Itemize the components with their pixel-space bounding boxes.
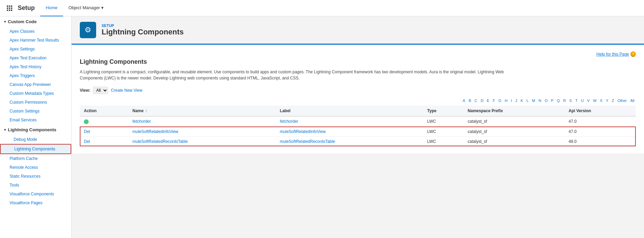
sidebar-item-debug-mode[interactable]: Debug Mode: [0, 135, 71, 144]
sidebar-item-remote-access[interactable]: Remote Access: [0, 163, 71, 172]
cell-label: muleSoftRelatedRecordsTable: [276, 136, 423, 146]
name-link[interactable]: muleSoftRelatedRecordsTable: [133, 139, 188, 144]
alpha-filter-j[interactable]: J: [514, 98, 519, 103]
sidebar-item-apex-triggers[interactable]: Apex Triggers: [0, 71, 71, 80]
alpha-filter-i[interactable]: I: [509, 98, 513, 103]
alpha-filter-g[interactable]: G: [497, 98, 503, 103]
alpha-filter-l[interactable]: L: [525, 98, 530, 103]
alpha-filter-s[interactable]: S: [568, 98, 573, 103]
cell-action: Del: [80, 136, 129, 146]
svg-rect-1: [9, 5, 10, 7]
alpha-filter-o[interactable]: O: [543, 98, 549, 103]
help-link[interactable]: Help for this Page ?: [597, 51, 636, 57]
alpha-filter-q[interactable]: Q: [556, 98, 561, 103]
page-header-text: SETUP Lightning Components: [102, 24, 184, 36]
table-header-row: Action Name ↑ Label Type Namespace Prefi…: [80, 106, 636, 116]
cell-namespace: catalyst_sf: [464, 136, 565, 146]
alpha-filter-m[interactable]: M: [531, 98, 537, 103]
sidebar-section-custom-code-items: Apex Classes Apex Hammer Test Results Ap…: [0, 27, 71, 124]
sidebar-item-static-resources[interactable]: Static Resources: [0, 172, 71, 181]
sidebar-item-tools[interactable]: Tools: [0, 181, 71, 190]
alpha-filter-t[interactable]: T: [574, 98, 579, 103]
label-link[interactable]: muleSoftRelatedRecordsTable: [280, 139, 335, 144]
alpha-filter-y[interactable]: Y: [604, 98, 610, 103]
alpha-filter-b[interactable]: B: [467, 98, 473, 103]
alpha-filter-r[interactable]: R: [562, 98, 567, 103]
alpha-filter-x[interactable]: X: [599, 98, 604, 103]
col-type: Type: [423, 106, 464, 116]
alpha-filter-h[interactable]: H: [504, 98, 509, 103]
label-link[interactable]: fetchorder: [280, 119, 298, 124]
alpha-filter-z[interactable]: Z: [611, 98, 616, 103]
highlight-container: Action Name ↑ Label Type Namespace Prefi…: [80, 106, 636, 147]
sidebar-item-platform-cache[interactable]: Platform Cache: [0, 154, 71, 163]
sidebar-section-custom-code[interactable]: ▾ Custom Code: [0, 16, 71, 27]
sidebar-item-lightning-components[interactable]: Lightning Components: [0, 144, 71, 154]
cell-label: muleSoftRelatedInfoView: [276, 127, 423, 136]
alpha-filter-w[interactable]: W: [591, 98, 598, 103]
tab-home[interactable]: Home: [40, 0, 63, 16]
svg-rect-7: [9, 10, 10, 11]
svg-rect-2: [11, 5, 12, 7]
alpha-filter-e[interactable]: E: [485, 98, 491, 103]
sidebar-item-visualforce-pages[interactable]: Visualforce Pages: [0, 198, 71, 207]
sidebar-section-lightning[interactable]: ▾ Lightning Components: [0, 124, 71, 135]
data-table: Action Name ↑ Label Type Namespace Prefi…: [80, 106, 636, 147]
label-link[interactable]: muleSoftRelatedInfoView: [280, 129, 326, 134]
view-label: View:: [80, 88, 90, 93]
cell-api-version: 48.0: [565, 136, 636, 146]
sidebar-item-apex-settings[interactable]: Apex Settings: [0, 45, 71, 54]
cell-type: LWC: [423, 116, 464, 127]
alpha-filter-f[interactable]: F: [491, 98, 496, 103]
svg-rect-5: [11, 8, 12, 9]
alpha-filter-a[interactable]: A: [461, 98, 466, 103]
app-layout: ▾ Custom Code Apex Classes Apex Hammer T…: [0, 16, 644, 238]
name-link[interactable]: fetchorder: [133, 119, 151, 124]
sidebar-item-visualforce-components[interactable]: Visualforce Components: [0, 190, 71, 198]
table-wrapper: Action Name ↑ Label Type Namespace Prefi…: [80, 106, 636, 147]
sidebar-item-apex-hammer[interactable]: Apex Hammer Test Results: [0, 36, 71, 45]
name-link[interactable]: muleSoftRelatedInfoView: [133, 129, 179, 134]
cell-namespace: catalyst_sf: [464, 127, 565, 136]
cell-action: Del: [80, 127, 129, 136]
cell-name: muleSoftRelatedInfoView: [129, 127, 276, 136]
tab-object-manager[interactable]: Object Manager ▾: [63, 0, 109, 16]
action-del-link[interactable]: Del: [84, 139, 90, 144]
cell-name: fetchorder: [129, 116, 276, 127]
cell-name: muleSoftRelatedRecordsTable: [129, 136, 276, 146]
sidebar-item-canvas-app[interactable]: Canvas App Previewer: [0, 80, 71, 89]
view-select[interactable]: All: [93, 87, 108, 94]
sidebar-item-apex-classes[interactable]: Apex Classes: [0, 27, 71, 36]
app-launcher-icon[interactable]: [4, 3, 15, 14]
sidebar-item-apex-test-execution[interactable]: Apex Test Execution: [0, 54, 71, 62]
alpha-filter-d[interactable]: D: [479, 98, 485, 103]
alpha-filter-c[interactable]: C: [473, 98, 479, 103]
setup-title: Setup: [18, 4, 35, 12]
alpha-filter-v[interactable]: V: [586, 98, 591, 103]
col-api-version: Api Version: [565, 106, 636, 116]
svg-rect-6: [7, 10, 8, 11]
sidebar-item-apex-test-history[interactable]: Apex Test History: [0, 62, 71, 71]
alpha-filter-all[interactable]: All: [629, 98, 636, 103]
cell-namespace: catalyst_sf: [464, 116, 565, 127]
sidebar-item-custom-permissions[interactable]: Custom Permissions: [0, 98, 71, 107]
sidebar-item-custom-settings[interactable]: Custom Settings: [0, 107, 71, 116]
action-del-link[interactable]: Del: [84, 129, 90, 134]
svg-rect-3: [7, 8, 8, 9]
alpha-filter-p[interactable]: P: [550, 98, 555, 103]
col-name: Name ↑: [129, 106, 276, 116]
alpha-filter-other[interactable]: Other: [616, 98, 628, 103]
cell-type: LWC: [423, 136, 464, 146]
alpha-filter-n[interactable]: N: [537, 98, 543, 103]
setup-label: SETUP: [102, 24, 184, 28]
content-title: Lightning Components: [80, 58, 636, 65]
cell-label: fetchorder: [276, 116, 423, 127]
alpha-filter-u[interactable]: U: [580, 98, 585, 103]
create-new-view-link[interactable]: Create New View: [111, 88, 142, 93]
table-row: DelmuleSoftRelatedRecordsTablemuleSoftRe…: [80, 136, 636, 146]
sidebar-item-custom-metadata[interactable]: Custom Metadata Types: [0, 89, 71, 98]
chevron-down-icon-2: ▾: [4, 128, 6, 132]
top-navigation: Setup Home Object Manager ▾: [0, 0, 644, 16]
sidebar-item-email-services[interactable]: Email Services: [0, 116, 71, 124]
alpha-filter-k[interactable]: K: [519, 98, 524, 103]
